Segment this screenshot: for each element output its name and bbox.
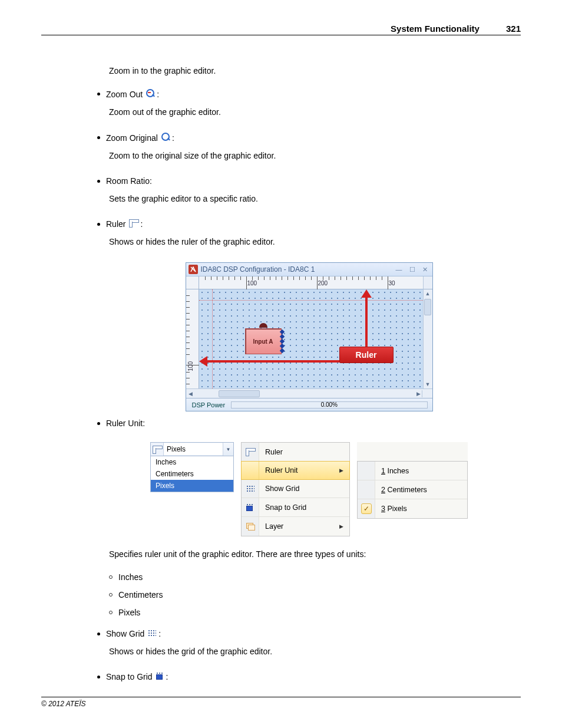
bullet-zoom-original: Zoom Original : (97, 133, 521, 143)
unit-type-centimeters: Centimeters (109, 590, 521, 599)
ruler-unit-description: Specifies ruler unit of the graphic edit… (97, 548, 521, 561)
bullet-open-icon (109, 575, 113, 579)
context-menu: Ruler Ruler Unit ▶ Show Grid Snap to Gri… (241, 442, 350, 536)
ruler-unit-dropdown[interactable]: Pixels ▼ Inches Centimeters Pixels (150, 442, 234, 492)
dropdown-option-centimeters[interactable]: Centimeters (151, 468, 233, 480)
bullet-show-grid: Show Grid : (97, 629, 521, 638)
bullet-open-icon (109, 611, 113, 614)
menu-item-ruler[interactable]: Ruler (242, 443, 349, 462)
menu-item-layer[interactable]: Layer ▶ (242, 517, 349, 536)
ruler-horizontal: 100 200 30 (199, 276, 423, 289)
scroll-thumb-horizontal[interactable] (219, 390, 260, 397)
ruler-v-tick-100: 100 (187, 361, 194, 371)
unit-type-inches: Inches (109, 572, 521, 582)
zoom-out-label: Zoom Out (106, 90, 143, 99)
dropdown-toggle-button[interactable]: ▼ (223, 443, 233, 456)
unit-label: Centimeters (118, 590, 163, 599)
bullet-ruler-unit: Ruler Unit: (97, 419, 521, 428)
dsp-window-title: IDA8C DSP Configuration - IDA8C 1 (201, 265, 396, 274)
submenu-item-inches[interactable]: 1 Inches (358, 462, 467, 480)
dsp-power-value: 0.00% (321, 401, 338, 408)
ruler-vertical: 100 (186, 289, 199, 388)
menu-item-label: Ruler (259, 448, 346, 456)
ruler-h-tick-200: 200 (318, 280, 328, 286)
bullet-icon (97, 633, 100, 635)
vertical-scrollbar[interactable]: ▲ ▼ (423, 289, 432, 388)
close-button[interactable]: ✕ (422, 266, 428, 274)
page-header: System Functionality 321 (41, 24, 521, 35)
ruler-icon (246, 448, 254, 456)
dsp-canvas[interactable]: Input A Ruler (199, 289, 423, 388)
bullet-icon (97, 223, 100, 226)
submenu-arrow-icon: ▶ (339, 467, 346, 473)
dsp-titlebar[interactable]: IDA8C DSP Configuration - IDA8C 1 — ☐ ✕ (186, 263, 432, 276)
bullet-room-ratio: Room Ratio: (97, 176, 521, 186)
ruler-unit-label: Ruler Unit: (106, 419, 145, 428)
submenu-item-centimeters[interactable]: 2 Centimeters (358, 480, 467, 499)
guide-horizontal (199, 300, 423, 301)
snap-icon (156, 672, 164, 681)
unit-label: Inches (118, 572, 143, 582)
menu-item-ruler-unit[interactable]: Ruler Unit ▶ (241, 461, 350, 480)
scroll-up-icon[interactable]: ▲ (424, 289, 432, 298)
minimize-button[interactable]: — (396, 266, 402, 274)
bullet-ruler: Ruler : (97, 219, 521, 229)
header-page-number: 321 (506, 24, 521, 34)
zoom-in-description: Zoom in to the graphic editor. (97, 65, 521, 77)
grid-icon (246, 485, 254, 492)
dropdown-selected[interactable]: Pixels (164, 443, 223, 455)
grid-icon (148, 629, 156, 638)
horizontal-scrollbar[interactable]: ◀ ▶ (186, 388, 432, 398)
dsp-window: IDA8C DSP Configuration - IDA8C 1 — ☐ ✕ … (186, 262, 433, 411)
submenu-item-pixels[interactable]: ✓ 3 Pixels (358, 499, 467, 518)
show-grid-description: Shows or hides the grid of the graphic e… (97, 645, 521, 658)
ruler-arrow-left (205, 360, 339, 363)
submenu-label: Centimeters (385, 486, 427, 494)
maximize-button[interactable]: ☐ (409, 266, 415, 274)
header-title: System Functionality (391, 24, 480, 34)
menu-item-label: Snap to Grid (259, 503, 346, 512)
unit-type-pixels: Pixels (109, 608, 521, 617)
snap-to-grid-label: Snap to Grid (106, 672, 153, 681)
room-ratio-description: Sets the graphic editor to a specific ra… (97, 193, 521, 205)
menu-item-label: Show Grid (259, 485, 346, 493)
submenu-ruler-unit: 1 Inches 2 Centimeters ✓ 3 Pixels (357, 461, 468, 519)
scroll-right-icon[interactable]: ▶ (415, 391, 422, 397)
ruler-callout: Ruler (339, 347, 394, 363)
guide-vertical (212, 289, 213, 388)
bullet-icon (97, 180, 100, 183)
ruler-description: Shows or hides the ruler of the graphic … (97, 236, 521, 248)
dropdown-option-inches[interactable]: Inches (151, 456, 233, 468)
submenu-label: Pixels (385, 505, 407, 513)
ruler-icon (129, 219, 138, 229)
menu-item-label: Ruler Unit (259, 466, 339, 475)
dsp-app-icon (189, 265, 198, 274)
submenu-hotkey: 3 (381, 505, 385, 513)
scroll-thumb-vertical[interactable] (424, 299, 431, 315)
bullet-snap-to-grid: Snap to Grid : (97, 672, 521, 681)
zoom-out-description: Zoom out of the graphic editor. (97, 106, 521, 118)
submenu-hotkey: 1 (381, 467, 385, 475)
submenu-hotkey: 2 (381, 486, 385, 494)
layer-icon (246, 523, 254, 530)
bullet-icon (97, 422, 100, 425)
dsp-node-input-a[interactable]: Input A (245, 328, 282, 354)
scroll-down-icon[interactable]: ▼ (424, 380, 432, 388)
dsp-status-label: DSP Power (186, 401, 232, 409)
bullet-open-icon (109, 593, 113, 597)
bullet-icon (97, 676, 100, 678)
bullet-icon (97, 136, 100, 139)
checkmark-icon: ✓ (361, 503, 372, 514)
bullet-icon (97, 93, 100, 95)
snap-icon (246, 503, 254, 511)
show-grid-label: Show Grid (106, 629, 144, 638)
menu-item-snap-to-grid[interactable]: Snap to Grid (242, 498, 349, 517)
ruler-h-tick-100: 100 (247, 280, 257, 286)
menu-item-show-grid[interactable]: Show Grid (242, 479, 349, 498)
dsp-node-label: Input A (253, 338, 273, 345)
ruler-corner (186, 276, 199, 289)
zoom-original-description: Zoom to the original size of the graphic… (97, 150, 521, 162)
dropdown-option-pixels[interactable]: Pixels (151, 480, 233, 492)
scroll-left-icon[interactable]: ◀ (187, 391, 194, 397)
ruler-arrow-up (365, 294, 368, 347)
